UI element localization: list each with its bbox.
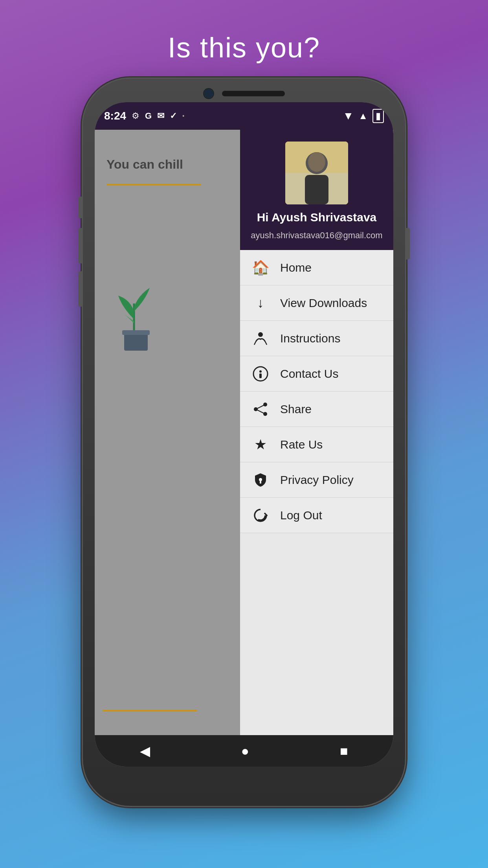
user-avatar <box>285 142 348 204</box>
volume-down-button <box>78 271 83 307</box>
status-left: 8:24 ⚙ G ✉ ✓ • <box>104 110 184 122</box>
menu-label-rate-us: Rate Us <box>280 438 323 451</box>
app-bg-line <box>106 184 201 186</box>
app-background: You can chill <box>95 130 240 735</box>
menu-label-contact-us: Contact Us <box>280 367 338 381</box>
svg-rect-1 <box>122 330 150 335</box>
menu-item-privacy-policy[interactable]: Privacy Policy <box>240 462 393 498</box>
svg-rect-13 <box>259 373 262 378</box>
privacy-icon <box>252 471 269 489</box>
svg-rect-6 <box>305 175 328 204</box>
screen-content: You can chill <box>95 130 393 735</box>
logout-icon <box>252 507 269 524</box>
google-icon: G <box>145 111 152 121</box>
svg-point-12 <box>259 370 262 373</box>
bottom-nav: ◀ ● ■ <box>95 735 393 767</box>
bottom-accent-line <box>103 710 197 712</box>
svg-line-17 <box>256 405 265 409</box>
menu-label-log-out: Log Out <box>280 509 322 522</box>
menu-label-instructions: Instructions <box>280 332 340 345</box>
signal-icon: ▲ <box>358 110 368 121</box>
menu-list: 🏠 Home ↓ View Downloads <box>240 250 393 735</box>
phone-wrapper: 8:24 ⚙ G ✉ ✓ • ▼ ▲ ▮ You can chill <box>83 79 405 806</box>
menu-item-view-downloads[interactable]: ↓ View Downloads <box>240 285 393 321</box>
drawer-bottom-space <box>240 533 393 620</box>
menu-label-view-downloads: View Downloads <box>280 296 367 310</box>
menu-item-rate-us[interactable]: ★ Rate Us <box>240 427 393 462</box>
avatar-image <box>285 142 348 204</box>
silent-button <box>78 197 83 218</box>
share-icon <box>252 401 269 418</box>
menu-item-home[interactable]: 🏠 Home <box>240 250 393 285</box>
user-email: ayush.shrivastava016@gmail.com <box>251 230 382 241</box>
menu-label-home: Home <box>280 261 312 274</box>
gmail-icon: ✉ <box>157 111 164 121</box>
menu-item-contact-us[interactable]: Contact Us <box>240 356 393 392</box>
menu-item-share[interactable]: Share <box>240 392 393 427</box>
svg-rect-20 <box>260 481 261 484</box>
instructions-icon <box>252 330 269 347</box>
earpiece-speaker <box>222 91 285 96</box>
contact-icon <box>252 365 269 383</box>
power-button <box>405 228 410 259</box>
menu-label-privacy-policy: Privacy Policy <box>280 473 354 487</box>
svg-rect-0 <box>124 333 148 351</box>
app-bg-text: You can chill <box>106 157 228 172</box>
phone-shell: 8:24 ⚙ G ✉ ✓ • ▼ ▲ ▮ You can chill <box>83 79 405 806</box>
menu-item-instructions[interactable]: Instructions <box>240 321 393 356</box>
download-icon: ↓ <box>252 294 269 312</box>
phone-top-bar <box>203 88 285 99</box>
svg-point-19 <box>259 478 262 481</box>
status-bar: 8:24 ⚙ G ✉ ✓ • ▼ ▲ ▮ <box>95 102 393 130</box>
page-title: Is this you? <box>168 31 320 64</box>
plant-illustration <box>106 272 228 351</box>
status-time: 8:24 <box>104 110 126 122</box>
svg-line-18 <box>256 409 265 414</box>
settings-icon: ⚙ <box>132 111 139 121</box>
wifi-icon: ▼ <box>343 110 354 122</box>
phone-screen: 8:24 ⚙ G ✉ ✓ • ▼ ▲ ▮ You can chill <box>95 102 393 767</box>
menu-item-log-out[interactable]: Log Out <box>240 498 393 533</box>
status-right: ▼ ▲ ▮ <box>343 109 384 123</box>
dot-icon: • <box>182 113 184 119</box>
drawer-header: Hi Ayush Shrivastava ayush.shrivastava01… <box>240 130 393 250</box>
home-icon: 🏠 <box>252 259 269 276</box>
svg-point-7 <box>308 152 325 172</box>
navigation-drawer: Hi Ayush Shrivastava ayush.shrivastava01… <box>240 130 393 735</box>
svg-line-10 <box>265 342 267 345</box>
recent-button[interactable]: ■ <box>340 743 348 759</box>
svg-line-9 <box>254 342 256 345</box>
svg-point-21 <box>256 511 265 520</box>
svg-point-8 <box>258 332 263 337</box>
star-icon: ★ <box>252 436 269 453</box>
front-camera <box>203 88 214 99</box>
user-name: Hi Ayush Shrivastava <box>257 211 377 224</box>
home-button[interactable]: ● <box>241 743 249 759</box>
check-icon: ✓ <box>170 111 177 121</box>
back-button[interactable]: ◀ <box>140 743 150 759</box>
battery-icon: ▮ <box>372 109 384 123</box>
menu-label-share: Share <box>280 403 312 416</box>
volume-up-button <box>78 228 83 263</box>
